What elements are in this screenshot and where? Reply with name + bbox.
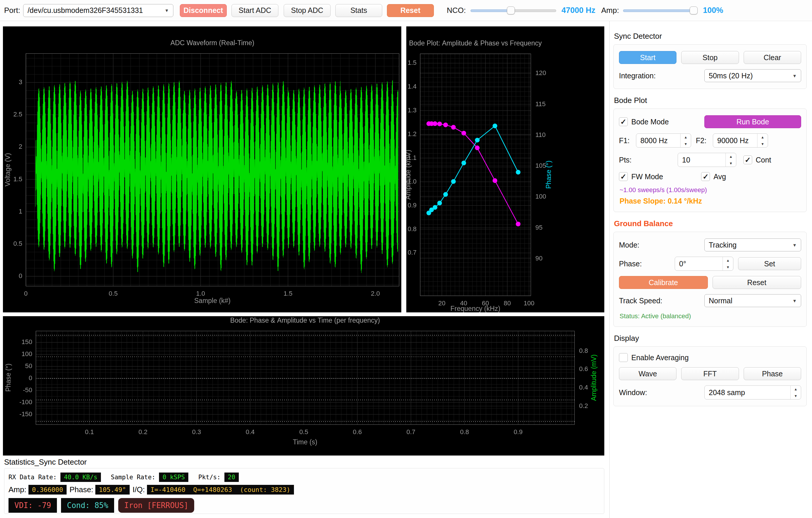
amp-slider[interactable] [623, 6, 698, 15]
gb-phase-value: 0° [675, 257, 723, 270]
run-bode-button[interactable]: Run Bode [704, 115, 801, 128]
bode-time-panel [3, 316, 604, 456]
track-speed-value: Normal [709, 296, 732, 305]
bode-frequency-panel [406, 26, 604, 312]
avg-label: Avg [714, 172, 726, 181]
vdi-badge: VDI: -79 [8, 498, 57, 513]
gb-phase-label: Phase: [619, 260, 642, 268]
nco-slider-thumb[interactable] [507, 6, 515, 15]
target-id-badge: Iron [FERROUS] [118, 498, 194, 513]
fft-button[interactable]: FFT [681, 367, 739, 380]
amp-slider-thumb[interactable] [690, 6, 698, 15]
f1-label: F1: [619, 136, 636, 145]
f1-spinner[interactable]: 8000 Hz ▲ ▼ [636, 134, 691, 147]
spin-down-icon[interactable]: ▼ [726, 160, 736, 167]
chevron-down-icon: ▼ [792, 73, 797, 78]
phase-slope-text: Phase Slope: 0.14 °/kHz [619, 197, 801, 205]
nco-slider-fill [470, 9, 511, 12]
sample-rate-label: Sample Rate: [111, 474, 159, 481]
bode-mode-label: Bode Mode [631, 118, 669, 126]
sync-detector-group: Start Stop Clear Integration: 50ms (20 H… [613, 44, 807, 89]
gb-phase-stepper[interactable]: ▲ ▼ [723, 257, 733, 270]
amp-stat-label: Amp: [8, 485, 28, 494]
reset-button[interactable]: Reset [387, 4, 434, 17]
sample-rate-value: 0 kSPS [159, 472, 188, 482]
pts-label: Pts: [619, 156, 654, 164]
gb-reset-button[interactable]: Reset [713, 276, 802, 289]
calibrate-button[interactable]: Calibrate [619, 276, 708, 289]
fw-mode-checkbox[interactable]: ✓ [619, 172, 628, 181]
spin-up-icon[interactable]: ▲ [723, 257, 733, 264]
nco-slider[interactable] [470, 6, 556, 15]
port-label: Port: [4, 6, 20, 15]
gb-mode-value: Tracking [709, 241, 736, 249]
amp-slider-fill [623, 9, 698, 12]
track-speed-label: Track Speed: [619, 296, 662, 305]
window-stepper[interactable]: ▲ ▼ [790, 386, 801, 399]
integration-select[interactable]: 50ms (20 Hz) ▼ [704, 69, 801, 82]
gb-mode-select[interactable]: Tracking ▼ [704, 238, 801, 251]
amp-label: Amp: [601, 6, 619, 15]
gb-status-text: Status: Active (balanced) [619, 312, 801, 320]
gb-mode-label: Mode: [619, 241, 639, 249]
spin-down-icon[interactable]: ▼ [680, 141, 691, 147]
bode-plot-group: ✓ Bode Mode Run Bode F1: 8000 Hz ▲ ▼ F2:… [613, 109, 807, 212]
bode-frequency-chart [406, 26, 604, 312]
wave-button[interactable]: Wave [619, 367, 676, 380]
fw-mode-label: FW Mode [631, 172, 663, 181]
integration-label: Integration: [619, 71, 656, 80]
f2-stepper[interactable]: ▲ ▼ [757, 134, 768, 147]
avg-checkbox[interactable]: ✓ [701, 172, 710, 181]
f2-spinner[interactable]: 90000 Hz ▲ ▼ [713, 134, 768, 147]
phase-button[interactable]: Phase [744, 367, 801, 380]
spin-up-icon[interactable]: ▲ [680, 134, 691, 141]
window-value: 2048 samp [705, 386, 790, 399]
bode-mode-checkbox[interactable]: ✓ [619, 117, 628, 126]
sync-start-button[interactable]: Start [619, 51, 676, 64]
sync-clear-button[interactable]: Clear [744, 51, 801, 64]
spin-down-icon[interactable]: ▼ [723, 264, 733, 270]
pkt-rate-label: Pkt/s: [198, 474, 225, 481]
stop-adc-button[interactable]: Stop ADC [284, 4, 330, 17]
spin-down-icon[interactable]: ▼ [757, 141, 768, 147]
bode-time-chart [3, 316, 604, 456]
chevron-down-icon: ▼ [792, 298, 797, 303]
pts-spinner[interactable]: 10 ▲ ▼ [678, 153, 736, 167]
nco-value: 47000 Hz [561, 6, 596, 15]
phase-stat-value: 105.49° [95, 485, 130, 494]
toolbar: Port: /dev/cu.usbmodem326F345531331 ▼ Di… [0, 0, 812, 21]
iq-stat-value: I=-410460 Q=+1480263 (count: 3823) [147, 485, 294, 494]
port-select[interactable]: /dev/cu.usbmodem326F345531331 ▼ [23, 4, 173, 17]
integration-value: 50ms (20 Hz) [709, 71, 753, 80]
sweep-rate-text: ~1.00 sweeps/s (1.00s/sweep) [619, 186, 801, 194]
pts-value: 10 [678, 153, 725, 167]
enable-averaging-label: Enable Averaging [631, 353, 689, 362]
sync-detector-title: Sync Detector [614, 32, 807, 41]
adc-waveform-chart [3, 26, 401, 312]
adc-waveform-panel [3, 26, 401, 312]
gb-phase-spinner[interactable]: 0° ▲ ▼ [675, 257, 733, 271]
spin-up-icon[interactable]: ▲ [726, 153, 736, 160]
port-value: /dev/cu.usbmodem326F345531331 [28, 6, 143, 15]
conductivity-badge: Cond: 85% [61, 498, 114, 513]
spin-up-icon[interactable]: ▲ [757, 134, 768, 141]
nco-label: NCO: [447, 6, 466, 15]
pts-stepper[interactable]: ▲ ▼ [725, 153, 736, 167]
chevron-down-icon: ▼ [792, 242, 797, 248]
f1-stepper[interactable]: ▲ ▼ [680, 134, 691, 147]
window-spinner[interactable]: 2048 samp ▲ ▼ [704, 385, 801, 400]
start-adc-button[interactable]: Start ADC [231, 4, 279, 17]
enable-averaging-checkbox[interactable] [619, 353, 628, 362]
phase-stat-label: Phase: [69, 485, 95, 494]
gb-set-button[interactable]: Set [738, 257, 801, 270]
spin-down-icon[interactable]: ▼ [790, 393, 801, 399]
cont-checkbox[interactable]: ✓ [743, 155, 752, 164]
sync-stop-button[interactable]: Stop [681, 51, 739, 64]
disconnect-button[interactable]: Disconnect [180, 4, 227, 17]
amp-value: 100% [703, 6, 723, 15]
ground-balance-group: Mode: Tracking ▼ Phase: 0° ▲ ▼ Set C [613, 232, 807, 327]
spin-up-icon[interactable]: ▲ [790, 386, 801, 393]
track-speed-select[interactable]: Normal ▼ [704, 294, 801, 307]
f2-label: F2: [696, 136, 713, 145]
stats-button[interactable]: Stats [335, 4, 382, 17]
